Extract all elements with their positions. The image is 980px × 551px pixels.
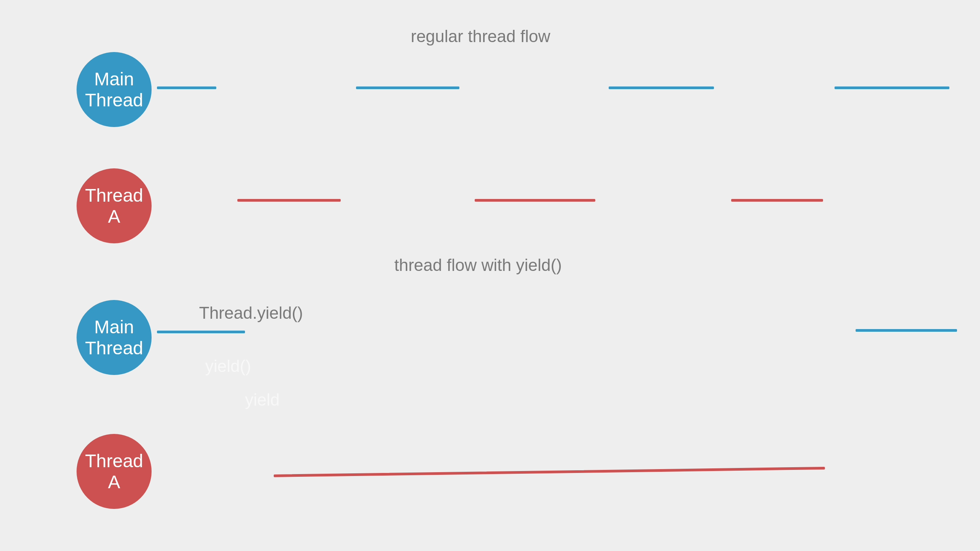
circle-label-thread-a-2: A — [108, 206, 120, 227]
regular-thread-a-circle: Thread A — [77, 168, 152, 243]
title-regular: regular thread flow — [411, 27, 550, 46]
regular-main-thread-circle: Main Thread — [77, 52, 152, 127]
regular-threada-seg-3 — [731, 199, 823, 202]
ghost-artifact-1: yield() — [205, 357, 251, 376]
regular-threada-seg-1 — [237, 199, 341, 202]
circle-label-thread-a-4: A — [108, 471, 120, 492]
yield-main-thread-circle: Main Thread — [77, 300, 152, 375]
regular-main-seg-3 — [609, 86, 714, 89]
regular-main-seg-4 — [835, 86, 949, 89]
yield-call-label: Thread.yield() — [199, 303, 303, 323]
regular-main-seg-2 — [356, 86, 459, 89]
circle-label-thread-2: Thread — [85, 337, 143, 359]
ghost-artifact-2: yield — [245, 390, 280, 409]
circle-label-thread: Thread — [85, 90, 143, 111]
circle-label-main: Main — [94, 68, 134, 90]
yield-main-seg-1 — [157, 331, 245, 333]
yield-threada-seg — [274, 467, 825, 477]
title-yield: thread flow with yield() — [394, 256, 562, 275]
regular-threada-seg-2 — [475, 199, 595, 202]
circle-label-thread-a-3: Thread — [85, 450, 143, 471]
circle-label-thread-a-1: Thread — [85, 185, 143, 206]
regular-main-seg-1 — [157, 86, 216, 89]
yield-thread-a-circle: Thread A — [77, 434, 152, 509]
circle-label-main-2: Main — [94, 316, 134, 337]
yield-main-seg-2 — [856, 329, 957, 332]
